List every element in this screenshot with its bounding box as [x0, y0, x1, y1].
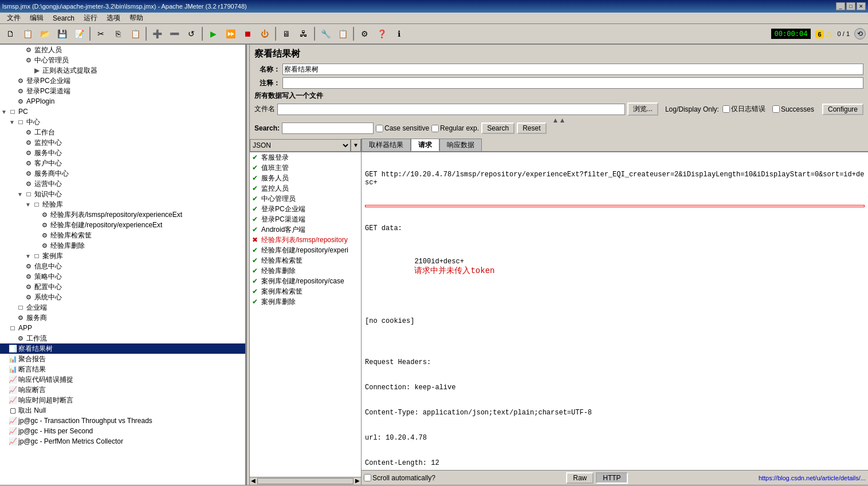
remote-stop-button[interactable]: 🖧	[296, 26, 312, 42]
tree-item[interactable]: ⚙工作台	[0, 127, 245, 137]
maximize-button[interactable]: □	[846, 2, 855, 10]
search-input[interactable]	[282, 123, 374, 134]
paste-button[interactable]: 📋	[127, 26, 143, 42]
tree-item[interactable]: ⚙配置中心	[0, 282, 245, 292]
new-button[interactable]: 🗋	[2, 26, 18, 42]
run-button[interactable]: ▶	[205, 26, 221, 42]
tree-item[interactable]: ⚙中心管理员	[0, 55, 245, 65]
json-list-item[interactable]: ✖经验库列表/lsmsp/repository	[250, 235, 361, 245]
name-input[interactable]	[282, 64, 863, 75]
json-list-item[interactable]: ✔登录PC企业端	[250, 204, 361, 214]
tree-item[interactable]: ▼□案例库	[0, 251, 245, 261]
json-list-item[interactable]: ✔案例库删除	[250, 297, 361, 307]
scroll-right-arrow[interactable]: ▶	[354, 477, 361, 485]
regular-exp-label[interactable]: Regular exp.	[431, 124, 479, 132]
tree-item[interactable]: ⚙服务中心	[0, 148, 245, 158]
http-button[interactable]: HTTP	[596, 472, 627, 484]
json-list-item[interactable]: ✔值班主管	[250, 163, 361, 173]
tree-item[interactable]: 📈响应时间超时断言	[0, 395, 245, 405]
tree-item[interactable]: ⚙监控中心	[0, 137, 245, 148]
json-list-item[interactable]: ✔经验库删除	[250, 266, 361, 276]
tree-item[interactable]: ⚙信息中心	[0, 261, 245, 271]
tree-expander[interactable]: ▼	[16, 190, 24, 198]
tree-expander[interactable]: ▼	[24, 200, 32, 208]
successes-checkbox-label[interactable]: Successes	[772, 105, 814, 113]
save-button[interactable]: 💾	[54, 26, 70, 42]
configure-button[interactable]: Configure	[822, 104, 863, 115]
file-input[interactable]	[277, 104, 625, 115]
tree-expander[interactable]: ▼	[8, 118, 16, 126]
json-list-item[interactable]: ✔客服登录	[250, 152, 361, 163]
json-list-item[interactable]: ✔中心管理员	[250, 193, 361, 204]
tree-item[interactable]: 📊聚合报告	[0, 354, 245, 364]
menu-options[interactable]: 选项	[102, 12, 125, 24]
tree-item[interactable]: □企业端	[0, 302, 245, 313]
tree-item[interactable]: ⚙策略中心	[0, 271, 245, 282]
regular-exp-checkbox[interactable]	[431, 125, 439, 132]
tree-item[interactable]: 📊察看结果树	[0, 343, 245, 354]
json-list-item[interactable]: ✔服务人员	[250, 173, 361, 183]
tree-item[interactable]: ⚙APPlogin	[0, 96, 245, 106]
menu-run[interactable]: 运行	[79, 12, 102, 24]
tree-item[interactable]: □APP	[0, 323, 245, 333]
tree-item[interactable]: ⚙登录PC渠道端	[0, 86, 245, 96]
tree-item[interactable]: ▼□经验库	[0, 199, 245, 210]
menu-file[interactable]: 文件	[2, 12, 25, 24]
about-button[interactable]: ℹ	[391, 26, 407, 42]
raw-button[interactable]: Raw	[566, 472, 594, 484]
json-selector[interactable]: JSON Text XML HTML Regexp Tester	[250, 139, 351, 152]
help-button[interactable]: ❓	[374, 26, 390, 42]
errors-checkbox-label[interactable]: 仅日志错误	[722, 104, 765, 114]
json-list-item[interactable]: ✔Android客户端	[250, 224, 361, 235]
json-list-item[interactable]: ✔监控人员	[250, 183, 361, 193]
clear-button[interactable]: ↺	[183, 26, 199, 42]
tree-item[interactable]: ▼□PC	[0, 106, 245, 117]
shutdown-button[interactable]: ⏻	[257, 26, 273, 42]
tree-item[interactable]: ▢取出 Null	[0, 405, 245, 416]
tree-item[interactable]: ⚙登录PC企业端	[0, 76, 245, 86]
settings-button[interactable]: ⚙	[356, 26, 372, 42]
reset-button[interactable]: Reset	[517, 123, 546, 134]
menu-edit[interactable]: 编辑	[25, 12, 48, 24]
tree-item[interactable]: ▼□中心	[0, 117, 245, 127]
tree-item[interactable]: ⚙经验库创建/repository/experienceExt	[0, 220, 245, 230]
cut-button[interactable]: ✂	[93, 26, 109, 42]
tree-item[interactable]: ▼□知识中心	[0, 189, 245, 199]
nav-arrow-button[interactable]: ⟲	[854, 28, 866, 39]
tab-request[interactable]: 请求	[411, 139, 439, 151]
remote-start-button[interactable]: 🖥	[278, 26, 294, 42]
browse-button[interactable]: 浏览...	[627, 102, 658, 116]
comment-input[interactable]	[282, 77, 863, 89]
tree-item[interactable]: ⚙经验库检索筐	[0, 230, 245, 240]
scroll-left-arrow[interactable]: ◀	[250, 477, 257, 485]
copy-button[interactable]: ⎘	[110, 26, 126, 42]
expand-button[interactable]: ▼	[351, 139, 361, 152]
tree-item[interactable]: ⚙监控人员	[0, 45, 245, 55]
tab-response-data[interactable]: 响应数据	[439, 139, 482, 151]
tree-item[interactable]: 📈jp@gc - Hits per Second	[0, 426, 245, 436]
tree-expander[interactable]: ▼	[24, 252, 32, 260]
add-button[interactable]: ➕	[149, 26, 165, 42]
tree-item[interactable]: ▶正则表达式提取器	[0, 65, 245, 76]
menu-help[interactable]: 帮助	[125, 12, 148, 24]
tree-item[interactable]: ⚙运营中心	[0, 179, 245, 189]
tab-sampler-result[interactable]: 取样器结果	[362, 139, 411, 151]
json-list-item[interactable]: ✔登录PC渠道端	[250, 214, 361, 224]
tree-item[interactable]: ⚙客户中心	[0, 158, 245, 168]
tree-item[interactable]: ⚙服务商	[0, 313, 245, 323]
save-as-button[interactable]: 📝	[71, 26, 87, 42]
tree-item[interactable]: ⚙经验库列表/lsmsp/repository/experienceExt	[0, 210, 245, 220]
function-helper-button[interactable]: 🔧	[317, 26, 333, 42]
template-button[interactable]: 📋	[19, 26, 36, 42]
scroll-auto-label[interactable]: Scroll automatically?	[364, 474, 435, 482]
scroll-auto-checkbox[interactable]	[364, 474, 371, 481]
errors-checkbox[interactable]	[722, 105, 730, 113]
minimize-button[interactable]: _	[836, 2, 845, 10]
tree-item[interactable]: 📈jp@gc - PerfMon Metrics Collector	[0, 436, 245, 447]
json-list-item[interactable]: ✔经验库检索筐	[250, 255, 361, 266]
json-list-item[interactable]: ✔经验库创建/repository/experi	[250, 245, 361, 255]
menu-search[interactable]: Search	[48, 13, 79, 23]
case-sensitive-checkbox[interactable]	[376, 125, 383, 132]
run-no-pause-button[interactable]: ⏩	[222, 26, 238, 42]
tree-item[interactable]: ⚙服务商中心	[0, 168, 245, 179]
